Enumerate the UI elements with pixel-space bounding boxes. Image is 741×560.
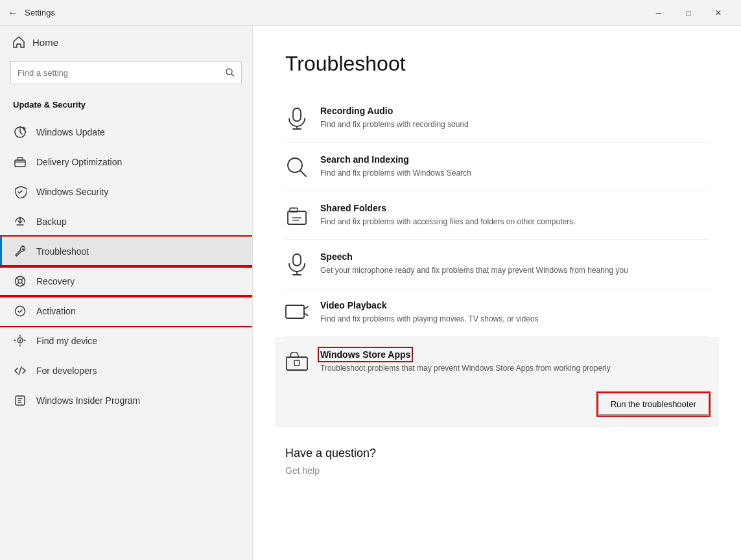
shared-folders-desc: Find and fix problems with accessing fil… <box>320 216 709 228</box>
sidebar-item-label-find: Find my device <box>36 336 97 346</box>
main-layout: Home Update & Security Wi <box>0 26 741 560</box>
search-input[interactable] <box>18 68 220 78</box>
video-playback-icon <box>285 301 309 325</box>
sidebar-item-activation[interactable]: Activation <box>0 296 252 326</box>
svg-point-8 <box>16 307 25 316</box>
sidebar-item-delivery-optimization[interactable]: Delivery Optimization <box>0 147 252 177</box>
svg-point-0 <box>226 69 232 75</box>
windows-store-apps-text: Windows Store Apps Troubleshoot problems… <box>320 349 709 374</box>
svg-rect-29 <box>294 360 300 366</box>
home-icon <box>13 36 25 48</box>
home-label: Home <box>32 37 58 48</box>
svg-point-5 <box>22 248 24 250</box>
svg-point-7 <box>18 279 22 283</box>
app-title: Settings <box>25 8 55 18</box>
sidebar-item-windows-security[interactable]: Windows Security <box>0 177 252 207</box>
find-icon <box>13 334 27 348</box>
windows-store-apps-desc: Troubleshoot problems that may prevent W… <box>320 362 709 374</box>
shared-folders-text: Shared Folders Find and fix problems wit… <box>320 203 709 228</box>
backup-icon <box>13 215 27 229</box>
speech-title: Speech <box>320 251 709 262</box>
sidebar-search-box[interactable] <box>10 61 242 84</box>
sidebar-item-windows-insider[interactable]: Windows Insider Program <box>0 386 252 415</box>
svg-rect-3 <box>15 160 25 167</box>
sidebar-item-label-delivery: Delivery Optimization <box>36 157 122 167</box>
maximize-button[interactable]: □ <box>674 0 703 26</box>
sidebar-item-label-recovery: Recovery <box>36 276 75 286</box>
store-icon <box>285 350 309 373</box>
sidebar-item-recovery[interactable]: Recovery <box>0 266 252 296</box>
video-playback-text: Video Playback Find and fix problems wit… <box>320 300 709 325</box>
recording-audio-title: Recording Audio <box>320 106 709 116</box>
troubleshoot-search-indexing[interactable]: Search and Indexing Find and fix problem… <box>285 143 709 191</box>
troubleshoot-windows-store-apps[interactable]: Windows Store Apps Troubleshoot problems… <box>275 337 719 427</box>
have-question-title: Have a question? <box>285 447 709 460</box>
shield-icon <box>13 185 27 199</box>
run-troubleshooter-button[interactable]: Run the troubleshooter <box>598 393 709 415</box>
svg-rect-13 <box>293 108 301 121</box>
insider-icon <box>13 393 27 408</box>
content-area: Troubleshoot Recording Audio Find and fi… <box>253 26 741 560</box>
mic-icon <box>285 107 309 130</box>
svg-rect-22 <box>293 254 301 266</box>
get-help-link[interactable]: Get help <box>285 465 709 476</box>
sidebar-item-label-developers: For developers <box>36 366 97 376</box>
page-title: Troubleshoot <box>285 52 709 76</box>
svg-line-17 <box>300 170 306 176</box>
video-playback-title: Video Playback <box>320 300 709 310</box>
troubleshoot-speech[interactable]: Speech Get your microphone ready and fix… <box>285 240 709 288</box>
have-question-section: Have a question? Get help <box>285 447 709 476</box>
sidebar-item-label-insider: Windows Insider Program <box>36 395 140 406</box>
sidebar-item-find-my-device[interactable]: Find my device <box>0 326 252 356</box>
search-indexing-text: Search and Indexing Find and fix problem… <box>320 154 709 179</box>
close-button[interactable]: ✕ <box>703 0 733 26</box>
sidebar-item-label-activation: Activation <box>36 306 76 316</box>
sidebar-item-for-developers[interactable]: For developers <box>0 356 252 386</box>
titlebar: ← Settings ─ □ ✕ <box>0 0 741 26</box>
svg-rect-28 <box>287 357 307 370</box>
troubleshoot-video-playback[interactable]: Video Playback Find and fix problems wit… <box>285 288 709 337</box>
sidebar-item-label-security: Windows Security <box>36 187 108 197</box>
search-indexing-title: Search and Indexing <box>320 154 709 165</box>
svg-rect-25 <box>286 305 304 318</box>
svg-line-11 <box>19 367 21 375</box>
sidebar-item-troubleshoot[interactable]: Troubleshoot <box>0 237 252 266</box>
update-icon <box>13 125 27 139</box>
shared-folders-title: Shared Folders <box>320 203 709 213</box>
search-indexing-desc: Find and fix problems with Windows Searc… <box>320 167 709 179</box>
sidebar-item-label-backup: Backup <box>36 216 67 227</box>
speech-icon <box>285 253 309 276</box>
sidebar-item-windows-update[interactable]: Windows Update <box>0 117 252 147</box>
search-indexing-icon <box>285 156 309 179</box>
back-button[interactable]: ← <box>8 7 18 19</box>
shared-folders-icon <box>285 204 309 228</box>
speech-text: Speech Get your microphone ready and fix… <box>320 251 709 276</box>
developers-icon <box>13 364 27 378</box>
svg-line-1 <box>231 74 234 76</box>
speech-desc: Get your microphone ready and fix proble… <box>320 264 709 276</box>
delivery-icon <box>13 155 27 169</box>
sidebar-section-title: Update & Security <box>0 95 252 117</box>
activation-icon <box>13 304 27 318</box>
recovery-icon <box>13 274 27 288</box>
troubleshoot-shared-folders[interactable]: Shared Folders Find and fix problems wit… <box>285 191 709 240</box>
minimize-button[interactable]: ─ <box>644 0 674 26</box>
sidebar-item-label-windows-update: Windows Update <box>36 127 105 137</box>
search-icon <box>226 68 235 77</box>
windows-store-apps-title: Windows Store Apps <box>320 349 410 360</box>
video-playback-desc: Find and fix problems with playing movie… <box>320 313 709 325</box>
sidebar-item-label-troubleshoot: Troubleshoot <box>36 246 89 257</box>
sidebar: Home Update & Security Wi <box>0 26 253 560</box>
svg-point-10 <box>19 340 21 342</box>
wrench-icon <box>13 244 27 259</box>
svg-rect-4 <box>18 158 23 160</box>
troubleshoot-recording-audio[interactable]: Recording Audio Find and fix problems wi… <box>285 94 709 143</box>
sidebar-item-backup[interactable]: Backup <box>0 207 252 237</box>
recording-audio-text: Recording Audio Find and fix problems wi… <box>320 106 709 130</box>
sidebar-home-button[interactable]: Home <box>0 26 252 58</box>
recording-audio-desc: Find and fix problems with recording sou… <box>320 119 709 130</box>
window-controls: ─ □ ✕ <box>644 0 733 26</box>
